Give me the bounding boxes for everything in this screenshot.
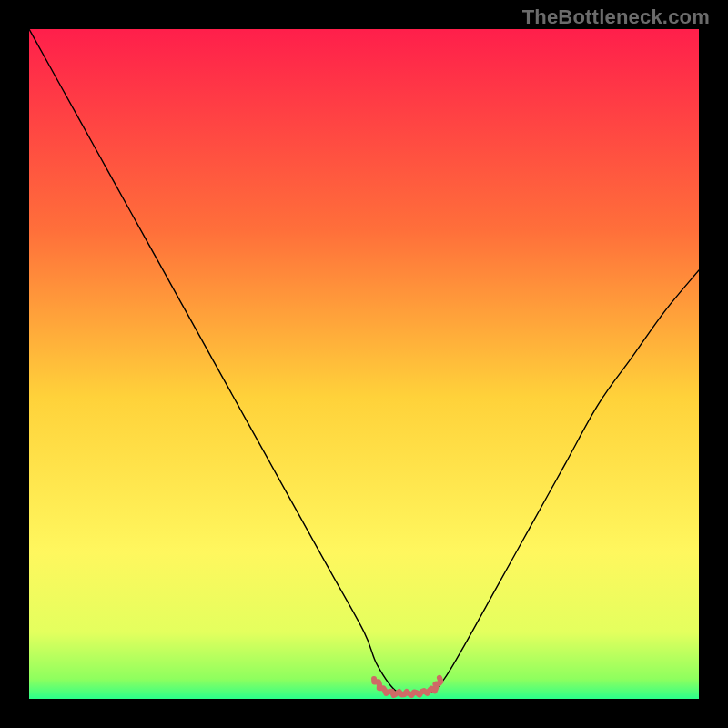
chart-frame: TheBottleneck.com: [0, 0, 728, 728]
watermark-text: TheBottleneck.com: [522, 5, 710, 29]
bottleneck-chart: [29, 29, 699, 699]
plot-area: [29, 29, 699, 699]
gradient-background: [29, 29, 699, 699]
